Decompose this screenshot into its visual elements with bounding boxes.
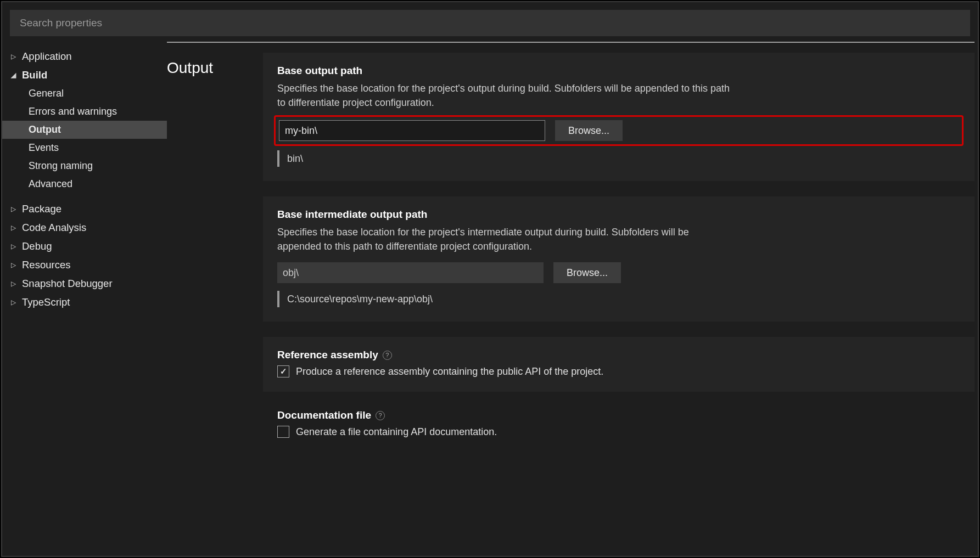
- documentation-check-row: Generate a file containing API documenta…: [277, 426, 960, 438]
- nav-errors-warnings[interactable]: Errors and warnings: [2, 103, 167, 121]
- intermediate-browse-button[interactable]: Browse...: [553, 262, 621, 283]
- nav-general[interactable]: General: [2, 84, 167, 103]
- nav-application[interactable]: ▷ Application: [2, 47, 167, 66]
- base-output-highlight: Browse...: [274, 115, 964, 146]
- reference-check-label: Produce a reference assembly containing …: [296, 366, 603, 377]
- nav-build[interactable]: ◢ Build: [2, 66, 167, 84]
- base-output-title: Base output path: [277, 65, 960, 77]
- nav-advanced[interactable]: Advanced: [2, 175, 167, 193]
- nav-label: Resources: [22, 259, 70, 271]
- nav-snapshot-debugger[interactable]: ▷ Snapshot Debugger: [2, 274, 167, 293]
- chevron-right-icon: ▷: [11, 261, 19, 269]
- documentation-checkbox[interactable]: [277, 426, 289, 438]
- reference-title-text: Reference assembly: [277, 349, 378, 361]
- base-output-resolved: bin\: [277, 150, 960, 167]
- chevron-right-icon: ▷: [11, 243, 19, 250]
- indicator-bar-icon: [277, 291, 279, 307]
- nav-label: Build: [22, 69, 47, 81]
- reference-group: Reference assembly ? Produce a reference…: [263, 337, 975, 392]
- chevron-right-icon: ▷: [11, 224, 19, 232]
- intermediate-title: Base intermediate output path: [277, 208, 960, 221]
- documentation-group: Documentation file ? Generate a file con…: [263, 407, 975, 452]
- documentation-title: Documentation file ?: [277, 409, 960, 421]
- nav-label: Package: [22, 203, 61, 215]
- base-output-browse-button[interactable]: Browse...: [555, 120, 623, 141]
- help-icon[interactable]: ?: [383, 351, 392, 360]
- nav-label: TypeScript: [22, 296, 70, 308]
- documentation-check-label: Generate a file containing API documenta…: [296, 426, 497, 438]
- nav-code-analysis[interactable]: ▷ Code Analysis: [2, 218, 167, 237]
- chevron-right-icon: ▷: [11, 53, 19, 60]
- intermediate-group: Base intermediate output path Specifies …: [263, 196, 975, 322]
- base-output-resolved-text: bin\: [287, 153, 303, 165]
- intermediate-desc: Specifies the base location for the proj…: [277, 225, 733, 253]
- nav-typescript[interactable]: ▷ TypeScript: [2, 293, 167, 312]
- nav-events[interactable]: Events: [2, 139, 167, 157]
- chevron-down-icon: ◢: [11, 71, 19, 79]
- reference-title: Reference assembly ?: [277, 349, 960, 361]
- intermediate-resolved: C:\source\repos\my-new-app\obj\: [277, 291, 960, 307]
- reference-check-row: Produce a reference assembly containing …: [277, 365, 960, 377]
- reference-checkbox[interactable]: [277, 365, 289, 377]
- help-icon[interactable]: ?: [376, 411, 385, 420]
- nav-label: Snapshot Debugger: [22, 278, 113, 290]
- documentation-title-text: Documentation file: [277, 409, 371, 421]
- nav-output[interactable]: Output: [2, 121, 167, 139]
- chevron-right-icon: ▷: [11, 280, 19, 288]
- intermediate-row: Browse...: [277, 262, 960, 283]
- nav-label: Code Analysis: [22, 222, 86, 234]
- page-title: Output: [167, 43, 263, 556]
- search-input[interactable]: [20, 17, 960, 29]
- nav-strong-naming[interactable]: Strong naming: [2, 157, 167, 175]
- sidebar: ▷ Application ◢ Build General Errors and…: [2, 42, 167, 556]
- base-output-input[interactable]: [279, 120, 545, 141]
- chevron-right-icon: ▷: [11, 205, 19, 213]
- base-output-group: Base output path Specifies the base loca…: [263, 53, 975, 181]
- intermediate-resolved-text: C:\source\repos\my-new-app\obj\: [287, 294, 433, 305]
- indicator-bar-icon: [277, 150, 279, 167]
- search-bar: [10, 10, 970, 36]
- nav-label: Debug: [22, 240, 52, 252]
- nav-label: Application: [22, 50, 72, 63]
- chevron-right-icon: ▷: [11, 298, 19, 306]
- base-output-desc: Specifies the base location for the proj…: [277, 81, 733, 110]
- nav-package[interactable]: ▷ Package: [2, 200, 167, 218]
- nav-resources[interactable]: ▷ Resources: [2, 256, 167, 274]
- intermediate-input[interactable]: [277, 262, 544, 283]
- nav-debug[interactable]: ▷ Debug: [2, 237, 167, 256]
